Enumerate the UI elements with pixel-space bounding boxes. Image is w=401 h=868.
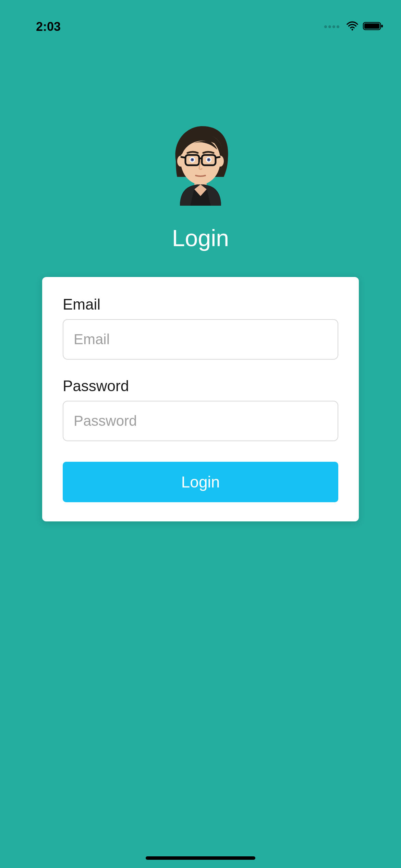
password-label: Password: [63, 377, 338, 395]
home-indicator[interactable]: [146, 856, 255, 860]
svg-point-0: [352, 29, 353, 31]
avatar: [156, 117, 245, 206]
cellular-dots-icon: [324, 25, 339, 28]
email-field[interactable]: [63, 319, 338, 360]
login-card: Email Password Login: [42, 277, 359, 521]
email-label: Email: [63, 296, 338, 313]
svg-point-18: [192, 159, 193, 160]
svg-point-19: [208, 159, 209, 160]
svg-line-13: [216, 157, 220, 158]
svg-line-12: [181, 157, 185, 158]
password-field[interactable]: [63, 401, 338, 441]
page-title: Login: [172, 225, 229, 251]
svg-rect-2: [364, 23, 380, 29]
status-icons: [324, 20, 384, 34]
status-time: 2:03: [36, 20, 61, 34]
wifi-icon: [346, 20, 359, 34]
login-screen: Login Email Password Login: [0, 0, 401, 521]
status-bar: 2:03: [0, 0, 401, 41]
email-group: Email: [63, 296, 338, 360]
svg-rect-3: [381, 25, 383, 27]
password-group: Password: [63, 377, 338, 441]
battery-icon: [363, 21, 384, 33]
login-button[interactable]: Login: [63, 462, 338, 502]
